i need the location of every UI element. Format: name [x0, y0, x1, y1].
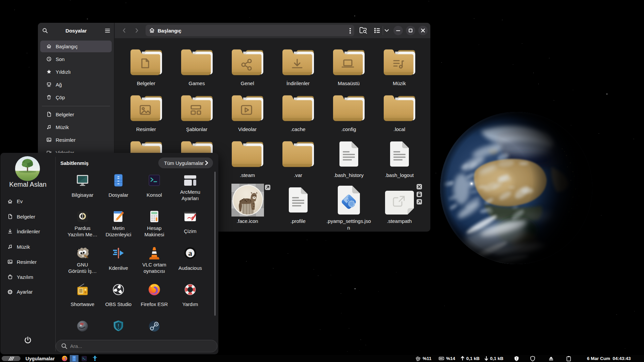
svg-text:a: a: [188, 249, 192, 257]
